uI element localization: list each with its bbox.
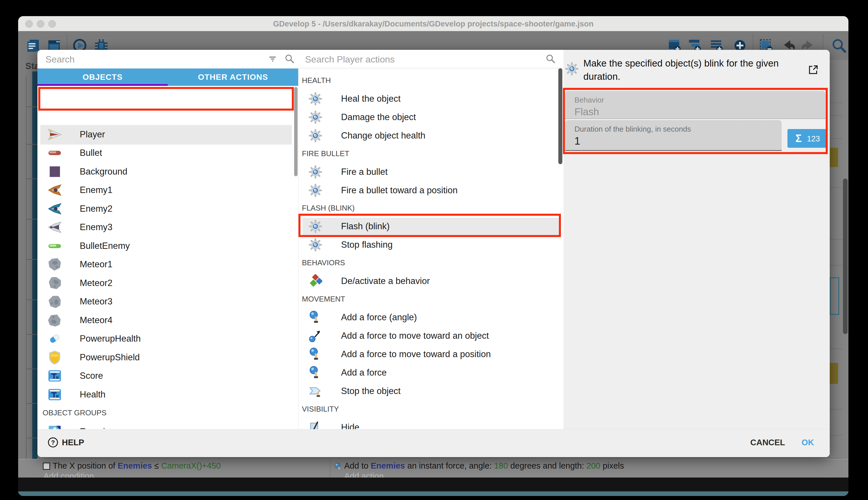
action-stop-flashing[interactable]: Stop flashing [299,236,555,254]
titlebar: GDevelop 5 - /Users/dkarakay/Documents/G… [18,16,848,31]
choose-action-dialog: OBJECTS OTHER ACTIONS Player Bullet Back… [37,50,830,457]
objects-search-input[interactable] [45,52,245,67]
list-item-health[interactable]: Health [37,385,294,404]
action-label: Change object health [341,130,425,141]
list-item-background[interactable]: Background [37,162,294,181]
background-square-icon [47,164,62,179]
force-toward-icon [308,329,322,343]
object-label: Enemy2 [80,204,113,214]
list-item-meteor2[interactable]: Meteor2 [37,274,294,292]
dimmed-event-row [830,363,838,384]
action-force-toward-position[interactable]: Add a force to move toward a position [299,345,555,363]
action-fire-bullet[interactable]: Fire a bullet [299,163,555,181]
action-label: De/activate a behavior [341,276,430,286]
object-groups-header: OBJECT GROUPS [43,408,106,417]
action-hide[interactable]: Hide [299,418,555,429]
force-icon [308,347,322,361]
search-events-icon[interactable] [831,37,847,54]
list-item-powerupshield[interactable]: PowerupShield [37,348,294,367]
actions-scrollbar[interactable] [558,68,562,164]
section-header: FIRE BULLET [302,149,349,158]
action-change-health[interactable]: Change object health [299,126,555,145]
search-icon [545,53,556,64]
object-label: Health [80,389,106,400]
actions-search-input[interactable] [305,52,530,67]
background-event-row: The X position of Enemies ≤ CameraX()+45… [18,459,848,478]
green-bullet-icon [47,238,62,253]
action-deactivate-behavior[interactable]: De/activate a behavior [299,272,555,290]
object-label: Score [80,371,103,381]
duration-field-label: Duration of the blinking, in seconds [574,125,691,134]
divider [298,68,298,429]
action-label: Add a force (angle) [341,312,417,322]
action-fire-bullet-position[interactable]: Fire a bullet toward a position [299,181,555,200]
list-item-meteor3[interactable]: Meteor3 [37,292,294,311]
cancel-button[interactable]: CANCEL [750,438,785,447]
gear-icon [308,110,322,124]
action-label: Stop the object [341,386,401,396]
meteor-icon [46,293,63,310]
action-label: Add a force [341,367,387,378]
open-in-new-icon[interactable] [808,64,819,76]
behavior-icon [308,274,322,288]
help-button[interactable]: HELP [62,438,84,447]
gear-icon [308,238,322,252]
action-force-toward-object[interactable]: Add a force to move toward an object [299,327,555,345]
gear-icon [308,165,322,179]
object-label: PowerupHealth [80,333,141,344]
gear-icon [308,129,322,143]
action-add-force-angle[interactable]: Add a force (angle) [299,308,555,327]
list-item-bulletenemy[interactable]: BulletEnemy [37,237,294,255]
objects-list: Player Bullet Background Enemy1 Enemy2 [37,86,298,429]
tab-other-actions[interactable]: OTHER ACTIONS [168,69,298,86]
list-item-enemy2[interactable]: Enemy2 [37,200,294,218]
event-indent-guide [26,76,26,459]
behavior-field[interactable]: Behavior Flash [565,91,825,119]
enemy3-ship-icon [47,220,62,235]
ok-button[interactable]: OK [801,438,814,447]
list-item-bullet[interactable]: Bullet [37,144,294,162]
action-flash-blink[interactable]: Flash (blink) [299,217,555,236]
action-heal-object[interactable]: Heal the object [299,90,555,108]
duration-field[interactable]: Duration of the blinking, in seconds 1 [565,120,782,151]
action-description: Make the specified object(s) blink for t… [583,57,805,83]
object-label: Meteor4 [80,315,113,326]
object-label: BulletEnemy [80,241,130,251]
action-label: Hide [341,422,360,429]
list-item-meteor1[interactable]: Meteor1 [37,255,294,274]
help-icon[interactable] [47,436,59,448]
objects-scrollbar[interactable] [294,87,297,176]
expression-editor-button[interactable]: Σ 123 [787,129,826,148]
force-action-icon [333,462,342,471]
tab-objects[interactable]: OBJECTS [37,69,168,86]
list-item-enemy3[interactable]: Enemy3 [37,218,294,237]
action-add-force[interactable]: Add a force [299,363,555,382]
list-item-score[interactable]: Score [37,367,294,385]
group-icon [47,424,62,429]
text-object-icon [47,368,62,383]
filter-icon[interactable] [268,54,278,64]
list-item-player[interactable]: Player [37,125,294,144]
object-label: Enemies [80,427,115,429]
action-damage-object[interactable]: Damage the object [299,108,555,126]
bullet-icon [47,146,62,160]
meteor-icon [47,257,62,272]
list-item-poweruphealth[interactable]: PowerupHealth [37,329,294,348]
section-header: HEALTH [302,76,331,85]
force-icon [308,310,322,324]
screenshot-root: GDevelop 5 - /Users/dkarakay/Documents/G… [0,0,868,500]
list-item-enemy1[interactable]: Enemy1 [37,181,294,199]
section-header: FLASH (BLINK) [302,204,355,213]
events-editor-bottom-bar [18,491,848,496]
events-editor-left-strip: Sta [18,60,37,459]
list-item-enemies-group[interactable]: Enemies [37,422,294,429]
object-label: Enemy1 [80,185,113,195]
list-item-meteor4[interactable]: Meteor4 [37,311,294,329]
action-stop-object[interactable]: Stop the object [299,382,555,400]
window-title: GDevelop 5 - /Users/dkarakay/Documents/G… [18,20,848,29]
gdevelop-window: GDevelop 5 - /Users/dkarakay/Documents/G… [18,16,848,496]
object-label: Background [80,167,127,177]
event-action-text: Add to Enemies an instant force, angle: … [344,461,624,470]
events-scrollbar[interactable] [843,179,847,334]
event-indent-column [32,71,37,459]
